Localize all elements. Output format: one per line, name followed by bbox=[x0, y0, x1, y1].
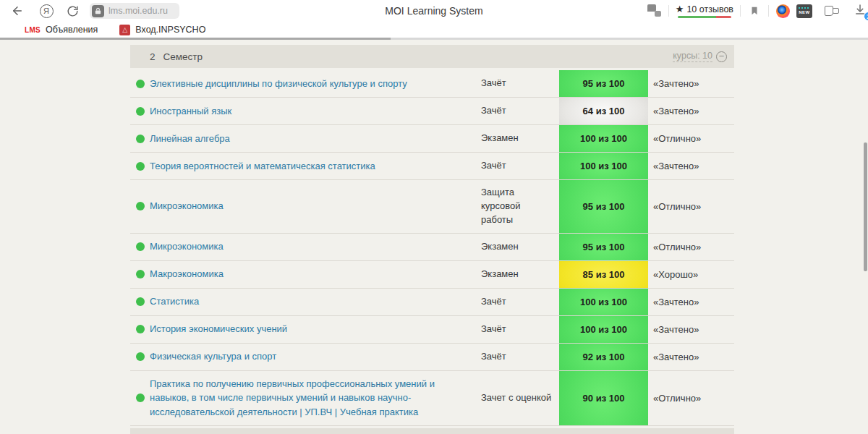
toolbar-separator bbox=[768, 5, 769, 17]
course-link[interactable]: Теория вероятностей и математическая ста… bbox=[150, 161, 375, 171]
course-score-badge: 100 из 100 bbox=[559, 316, 648, 343]
course-link[interactable]: Статистика bbox=[150, 296, 199, 307]
toolbar-separator bbox=[740, 5, 741, 17]
refresh-icon bbox=[67, 5, 79, 17]
status-cell bbox=[130, 325, 150, 333]
course-type: Зачет с оценкой bbox=[481, 386, 559, 411]
grades-table: 2 Семестр курсы: 10 − Элективные дисципл… bbox=[130, 45, 734, 434]
course-grade: «Зачтено» bbox=[648, 297, 734, 307]
course-score-badge: 100 из 100 bbox=[559, 289, 648, 315]
status-dot-icon bbox=[136, 270, 145, 278]
table-row: Статистика Зачёт 100 из 100 «Зачтено» bbox=[130, 289, 734, 316]
course-type: Защита курсовой работы bbox=[481, 180, 559, 233]
refresh-button[interactable] bbox=[64, 2, 81, 20]
course-type: Зачёт bbox=[481, 153, 559, 179]
bookmark-button[interactable] bbox=[746, 2, 763, 20]
bookmark-item-inpsycho[interactable]: △ Вход.INPSYCHO bbox=[119, 25, 205, 35]
reviews-label: 10 отзывов bbox=[686, 4, 733, 14]
camera-lens-icon bbox=[776, 4, 790, 18]
status-dot-icon bbox=[136, 352, 145, 361]
course-score-badge: 92 из 100 bbox=[559, 344, 648, 370]
course-link[interactable]: Микроэкономика bbox=[150, 200, 224, 211]
table-row: Элективные дисциплины по физической куль… bbox=[130, 70, 734, 98]
course-link[interactable]: Физическая культура и спорт bbox=[150, 351, 276, 362]
course-name-cell: Макроэкономика bbox=[150, 261, 481, 287]
toolbar-divider bbox=[0, 38, 868, 40]
collapse-icon[interactable]: − bbox=[716, 51, 727, 62]
course-name-cell: Иностранный язык bbox=[150, 98, 481, 124]
course-score-badge: 95 из 100 bbox=[559, 180, 648, 233]
inpsycho-favicon: △ bbox=[119, 25, 130, 35]
semester-number: 2 bbox=[150, 51, 156, 62]
back-arrow-icon bbox=[11, 4, 24, 17]
course-score-badge: 85 из 100 bbox=[559, 261, 648, 288]
course-grade: «Зачтено» bbox=[648, 324, 734, 335]
tab-groups-button[interactable] bbox=[823, 2, 841, 20]
course-rows: Элективные дисциплины по физической куль… bbox=[130, 70, 734, 426]
site-reviews-button[interactable]: ★ 10 отзывов bbox=[676, 4, 733, 18]
semester-title: Семестр bbox=[163, 51, 203, 62]
course-name-cell: Физическая культура и спорт bbox=[150, 344, 481, 370]
course-grade: «Отлично» bbox=[648, 393, 734, 404]
course-grade: «Отлично» bbox=[648, 201, 734, 212]
toolbar-right-icons: ★ 10 отзывов NEW bbox=[646, 0, 868, 22]
course-grade: «Зачтено» bbox=[648, 106, 734, 116]
status-cell bbox=[130, 162, 150, 171]
course-grade: «Зачтено» bbox=[648, 161, 734, 171]
table-row: Теория вероятностей и математическая ста… bbox=[130, 153, 734, 180]
status-dot-icon bbox=[136, 135, 145, 143]
course-link[interactable]: Линейная алгебра bbox=[150, 133, 230, 144]
course-type: Экзамен bbox=[481, 126, 559, 151]
course-type: Зачёт bbox=[481, 98, 559, 124]
semester-header-2[interactable]: 2 Семестр курсы: 10 − bbox=[130, 45, 734, 68]
new-releases-icon: NEW bbox=[796, 4, 812, 18]
course-type: Зачёт bbox=[481, 317, 559, 342]
course-score-badge: 95 из 100 bbox=[559, 70, 648, 97]
yandex-button[interactable]: Я bbox=[38, 2, 55, 20]
course-link[interactable]: Иностранный язык bbox=[150, 106, 231, 116]
status-cell bbox=[130, 135, 150, 143]
table-row: Иностранный язык Зачёт 64 из 100 «Зачтен… bbox=[130, 98, 734, 125]
course-score-badge: 100 из 100 bbox=[559, 153, 648, 179]
status-cell bbox=[130, 393, 150, 402]
page-content: 2 Семестр курсы: 10 − Элективные дисципл… bbox=[0, 40, 868, 434]
bookmark-item-announcements[interactable]: LMS Объявления bbox=[25, 25, 98, 35]
address-bar[interactable]: lms.moi.edu.ru bbox=[90, 3, 179, 19]
back-button[interactable] bbox=[9, 2, 26, 20]
status-cell bbox=[130, 352, 150, 361]
status-dot-icon bbox=[136, 80, 145, 88]
browser-chrome: Я lms.moi.edu.ru MOI Learning System ★ 1… bbox=[0, 0, 868, 40]
courses-count-link[interactable]: курсы: 10 bbox=[673, 51, 712, 62]
extension-lens-button[interactable] bbox=[774, 2, 791, 20]
browser-toolbar: Я lms.moi.edu.ru MOI Learning System ★ 1… bbox=[0, 0, 868, 22]
translate-icon bbox=[647, 4, 662, 17]
course-name-cell: Теория вероятностей и математическая ста… bbox=[150, 153, 481, 179]
tab-groups-icon bbox=[825, 4, 839, 17]
semester-header-3[interactable]: 3 Семестр курсы: 10 + bbox=[130, 428, 734, 434]
course-name-cell: История экономических учений bbox=[150, 316, 481, 342]
course-score-badge: 100 из 100 bbox=[559, 125, 648, 152]
course-link[interactable]: Практика по получению первичных професси… bbox=[150, 378, 435, 418]
status-dot-icon bbox=[136, 297, 145, 306]
translate-button[interactable] bbox=[646, 2, 663, 20]
course-score-badge: 64 из 100 bbox=[559, 98, 648, 124]
vertical-scrollbar[interactable] bbox=[864, 142, 867, 271]
course-name-cell: Элективные дисциплины по физической куль… bbox=[150, 71, 481, 97]
course-type: Экзамен bbox=[481, 234, 559, 260]
table-row: Микроэкономика Экзамен 95 из 100 «Отличн… bbox=[130, 234, 734, 261]
status-dot-icon bbox=[136, 325, 145, 333]
course-link[interactable]: Элективные дисциплины по физической куль… bbox=[150, 78, 407, 89]
course-link[interactable]: Микроэкономика bbox=[150, 241, 224, 252]
downloads-button[interactable]: 2 bbox=[854, 2, 868, 20]
downloads-badge: 2 bbox=[864, 12, 868, 21]
course-link[interactable]: Макроэкономика bbox=[150, 268, 224, 279]
course-link[interactable]: История экономических учений bbox=[150, 323, 287, 334]
status-cell bbox=[130, 297, 150, 306]
table-row: Линейная алгебра Экзамен 100 из 100 «Отл… bbox=[130, 125, 734, 153]
status-cell bbox=[130, 80, 150, 88]
course-name-cell: Микроэкономика bbox=[150, 234, 481, 260]
status-cell bbox=[130, 242, 150, 251]
status-cell bbox=[130, 270, 150, 278]
toolbar-separator bbox=[668, 5, 669, 17]
new-releases-button[interactable]: NEW bbox=[796, 2, 813, 20]
